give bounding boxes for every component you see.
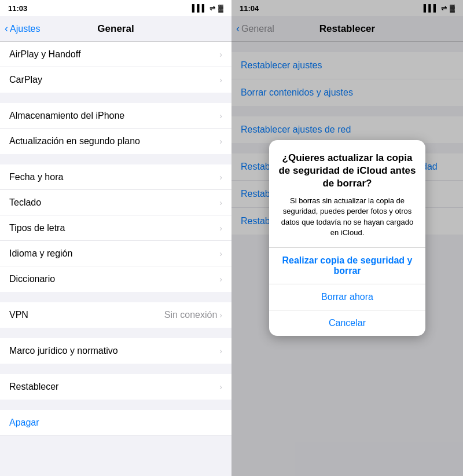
almacenamiento-label: Almacenamiento del iPhone xyxy=(9,111,124,121)
chevron-icon: › xyxy=(219,111,222,120)
divider7 xyxy=(0,435,232,446)
left-status-bar: 11:03 ▌▌▌ ⇌ ▓ xyxy=(0,0,232,16)
chevron-icon: › xyxy=(219,173,222,182)
vpn-value: Sin conexión xyxy=(164,310,218,320)
idioma-region-row[interactable]: Idioma y región › xyxy=(0,241,232,266)
chevron-icon: › xyxy=(219,50,222,59)
vpn-label: VPN xyxy=(9,310,28,320)
divider2 xyxy=(0,154,232,164)
apagar-row[interactable]: Apagar xyxy=(0,410,232,435)
left-panel: 11:03 ▌▌▌ ⇌ ▓ ‹ Ajustes General AirPlay … xyxy=(0,0,232,476)
left-group2: Almacenamiento del iPhone › Actualizació… xyxy=(0,103,232,154)
wifi-icon: ⇌ xyxy=(210,4,215,12)
left-group6: Restablecer › xyxy=(0,374,232,400)
marco-juridico-row[interactable]: Marco jurídico y normativo › xyxy=(0,338,232,364)
teclado-row[interactable]: Teclado › xyxy=(0,190,232,215)
cancel-button[interactable]: Cancelar xyxy=(269,310,425,336)
left-group3: Fecha y hora › Teclado › Tipos de letra … xyxy=(0,164,232,292)
left-group4: VPN Sin conexión › xyxy=(0,302,232,328)
carplay-row[interactable]: CarPlay › xyxy=(0,67,232,93)
alert-message: Si borras sin actualizar la copia de seg… xyxy=(278,196,416,238)
backup-and-erase-button[interactable]: Realizar copia de seguridad y borrar xyxy=(269,248,425,284)
chevron-icon: › xyxy=(219,382,222,391)
divider1 xyxy=(0,93,232,103)
dialog-overlay: ¿Quieres actualizar la copia de segurida… xyxy=(232,0,463,476)
chevron-icon: › xyxy=(219,274,222,284)
vpn-row[interactable]: VPN Sin conexión › xyxy=(0,302,232,328)
almacenamiento-right: › xyxy=(219,111,222,120)
airplay-handoff-label: AirPlay y Handoff xyxy=(9,49,80,60)
apagar-label: Apagar xyxy=(9,418,39,428)
fecha-hora-row[interactable]: Fecha y hora › xyxy=(0,164,232,190)
almacenamiento-row[interactable]: Almacenamiento del iPhone › xyxy=(0,103,232,129)
chevron-left-icon: ‹ xyxy=(5,23,8,35)
tipos-letra-row[interactable]: Tipos de letra › xyxy=(0,215,232,241)
alert-title: ¿Quieres actualizar la copia de segurida… xyxy=(278,152,416,190)
divider4 xyxy=(0,328,232,338)
back-label: Ajustes xyxy=(10,24,40,34)
fecha-hora-label: Fecha y hora xyxy=(9,172,63,182)
airplay-handoff-right: › xyxy=(219,50,222,59)
divider5 xyxy=(0,364,232,374)
carplay-right: › xyxy=(219,75,222,85)
chevron-icon: › xyxy=(219,75,222,85)
left-nav-title: General xyxy=(97,23,134,35)
chevron-icon: › xyxy=(219,310,222,320)
actualizacion-right: › xyxy=(219,137,222,146)
alert-actions: Realizar copia de seguridad y borrar Bor… xyxy=(269,247,425,336)
chevron-icon: › xyxy=(219,346,222,356)
alert-content: ¿Quieres actualizar la copia de segurida… xyxy=(269,140,425,247)
diccionario-label: Diccionario xyxy=(9,274,55,284)
idioma-region-label: Idioma y región xyxy=(9,248,72,259)
battery-icon: ▓ xyxy=(218,4,223,12)
left-group1: AirPlay y Handoff › CarPlay › xyxy=(0,42,232,93)
chevron-icon: › xyxy=(219,249,222,258)
diccionario-row[interactable]: Diccionario › xyxy=(0,266,232,292)
erase-now-button[interactable]: Borrar ahora xyxy=(269,284,425,310)
actualizacion-row[interactable]: Actualización en segundo plano › xyxy=(0,129,232,154)
restablecer-row[interactable]: Restablecer › xyxy=(0,374,232,400)
teclado-label: Teclado xyxy=(9,197,41,208)
left-time: 11:03 xyxy=(8,4,27,13)
chevron-icon: › xyxy=(219,198,222,207)
actualizacion-label: Actualización en segundo plano xyxy=(9,136,140,147)
alert-dialog: ¿Quieres actualizar la copia de segurida… xyxy=(269,140,425,336)
left-settings-list: AirPlay y Handoff › CarPlay › Almacenami… xyxy=(0,42,232,476)
divider6 xyxy=(0,400,232,410)
left-nav-bar: ‹ Ajustes General xyxy=(0,16,232,42)
restablecer-label: Restablecer xyxy=(9,382,58,392)
chevron-icon: › xyxy=(219,224,222,233)
carplay-label: CarPlay xyxy=(9,75,42,85)
airplay-handoff-row[interactable]: AirPlay y Handoff › xyxy=(0,42,232,67)
chevron-icon: › xyxy=(219,137,222,146)
marco-juridico-label: Marco jurídico y normativo xyxy=(9,346,118,356)
left-status-icons: ▌▌▌ ⇌ ▓ xyxy=(192,4,223,12)
divider3 xyxy=(0,292,232,302)
left-back-button[interactable]: ‹ Ajustes xyxy=(5,23,40,35)
left-group7: Apagar xyxy=(0,410,232,435)
tipos-letra-label: Tipos de letra xyxy=(9,223,65,233)
signal-icon: ▌▌▌ xyxy=(192,4,207,12)
left-group5: Marco jurídico y normativo › xyxy=(0,338,232,364)
right-panel: 11:04 ▌▌▌ ⇌ ▓ ‹ General Restablecer Rest… xyxy=(232,0,463,476)
